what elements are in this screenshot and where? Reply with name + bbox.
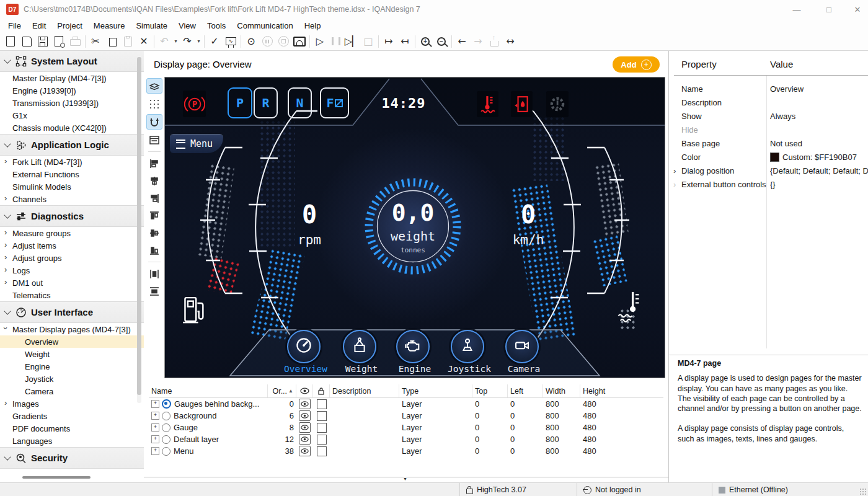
property-row-description[interactable]: Description bbox=[669, 95, 868, 109]
sidebar-item-page-weight[interactable]: Weight bbox=[0, 348, 144, 360]
sidebar-item-page-engine[interactable]: Engine bbox=[0, 360, 144, 373]
column-left[interactable]: Left bbox=[508, 384, 543, 397]
send-to-module-button[interactable] bbox=[486, 33, 502, 50]
sidebar-item-simulink-models[interactable]: Simulink Models bbox=[0, 180, 144, 193]
section-diagnostics[interactable]: Diagnostics bbox=[0, 205, 144, 227]
tab-camera-button[interactable] bbox=[505, 330, 539, 363]
expand-icon[interactable]: + bbox=[151, 447, 159, 455]
property-row-name[interactable]: Name Overview bbox=[669, 82, 868, 95]
sidebar-item-measure-groups[interactable]: ›Measure groups bbox=[0, 227, 144, 239]
go-to-start-button[interactable]: ↤ bbox=[397, 33, 413, 50]
display-page-canvas[interactable]: P P R N F 14:29 Menu bbox=[164, 77, 665, 378]
distribute-horizontal-button[interactable] bbox=[147, 267, 162, 281]
resize-grip[interactable] bbox=[859, 488, 867, 495]
gear-f-button[interactable]: F bbox=[320, 87, 349, 118]
redo-button[interactable]: ↷ bbox=[179, 33, 195, 50]
sidebar-item-chassis-module[interactable]: Chassis module (XC42[0]) bbox=[0, 122, 144, 134]
redo-menu-button[interactable]: ▾ bbox=[195, 33, 202, 50]
menu-view[interactable]: View bbox=[173, 19, 202, 32]
expand-arrow-icon[interactable]: › bbox=[673, 166, 676, 175]
layers-table-header[interactable]: Name Or...▲ Description Type Top Left Wi… bbox=[149, 384, 663, 398]
property-row-show[interactable]: Show Always bbox=[669, 109, 868, 123]
sidebar-item-gradients[interactable]: Gradients bbox=[0, 410, 144, 422]
save-button[interactable] bbox=[35, 33, 51, 50]
measure-window-button[interactable] bbox=[291, 33, 308, 50]
gear-p-button[interactable]: P bbox=[228, 87, 252, 118]
close-button[interactable]: ✕ bbox=[848, 2, 867, 16]
column-top[interactable]: Top bbox=[472, 384, 508, 397]
tab-joystick-button[interactable] bbox=[451, 330, 484, 363]
panels-tool-button[interactable] bbox=[147, 133, 162, 147]
align-left-button[interactable] bbox=[147, 156, 162, 170]
sidebar-item-images[interactable]: ›Images bbox=[0, 397, 144, 410]
sidebar-item-adjust-groups[interactable]: ›Adjust groups bbox=[0, 252, 144, 264]
column-height[interactable]: Height bbox=[580, 384, 619, 397]
step-simulation-button[interactable]: ▷▏ bbox=[344, 33, 360, 50]
delete-button[interactable]: ✕ bbox=[136, 33, 152, 50]
menu-tools[interactable]: Tools bbox=[202, 19, 231, 32]
menu-communication[interactable]: Communication bbox=[231, 19, 298, 32]
open-project-button[interactable] bbox=[19, 33, 35, 50]
expand-icon[interactable]: + bbox=[151, 423, 159, 432]
sidebar-item-telematics[interactable]: Telematics bbox=[0, 289, 144, 301]
pause-simulation-button[interactable] bbox=[328, 33, 344, 50]
navigate-forward-button[interactable]: → bbox=[470, 33, 486, 50]
column-order[interactable]: Or...▲ bbox=[268, 384, 296, 397]
visibility-toggle[interactable] bbox=[296, 434, 313, 445]
sidebar-item-dm1-out[interactable]: ›DM1 out bbox=[0, 277, 144, 289]
sidebar-item-channels[interactable]: ›Channels bbox=[0, 193, 144, 205]
menu-project[interactable]: Project bbox=[51, 19, 87, 32]
visibility-toggle[interactable] bbox=[296, 446, 313, 456]
expand-icon[interactable]: + bbox=[151, 435, 159, 443]
column-lock[interactable] bbox=[313, 384, 330, 397]
zoom-out-button[interactable]: − bbox=[433, 33, 450, 50]
visibility-toggle[interactable] bbox=[296, 399, 313, 409]
pause-recording-button[interactable] bbox=[259, 33, 275, 50]
radio-selected[interactable] bbox=[162, 399, 171, 409]
sidebar-horizontal-scrollbar[interactable] bbox=[22, 476, 91, 479]
zoom-in-button[interactable]: + bbox=[417, 33, 433, 50]
section-system-layout[interactable]: System Layout bbox=[0, 51, 144, 72]
sidebar-item-adjust-items[interactable]: ›Adjust items bbox=[0, 239, 144, 252]
menu-edit[interactable]: Edit bbox=[27, 19, 51, 32]
radio-unselected[interactable] bbox=[162, 423, 170, 432]
sidebar-item-languages[interactable]: Languages bbox=[0, 435, 144, 447]
table-row[interactable]: +Gauge 8 Layer 0 0 800 480 bbox=[149, 422, 663, 433]
title-bar[interactable]: D7 C:\Users\tmc0174B\Documents\IQAN File… bbox=[0, 0, 868, 19]
align-right-button[interactable] bbox=[147, 191, 162, 205]
column-type[interactable]: Type bbox=[399, 384, 472, 397]
connection-status[interactable]: Ethernet (Offline) bbox=[719, 483, 788, 496]
lock-checkbox[interactable] bbox=[313, 446, 330, 456]
table-row[interactable]: +Default layer 12 Layer 0 0 800 480 bbox=[149, 433, 663, 445]
sidebar-item-page-camera[interactable]: Camera bbox=[0, 385, 144, 397]
sidebar-item-master-display[interactable]: Master Display (MD4-7[3]) bbox=[0, 72, 144, 84]
expand-arrow-icon[interactable]: › bbox=[673, 180, 676, 189]
sidebar-item-transmission[interactable]: Transmission (J1939[3]) bbox=[0, 97, 144, 109]
expand-icon[interactable]: + bbox=[151, 400, 159, 408]
start-simulation-button[interactable]: ▷ bbox=[312, 33, 328, 50]
go-to-end-button[interactable]: ↦ bbox=[381, 33, 397, 50]
section-user-interface[interactable]: User Interface bbox=[0, 301, 144, 323]
stop-simulation-button[interactable]: □ bbox=[360, 33, 376, 50]
tab-overview-button[interactable] bbox=[287, 330, 321, 363]
menu-help[interactable]: Help bbox=[299, 19, 327, 32]
fit-width-button[interactable]: ↔ bbox=[502, 33, 518, 50]
sidebar-item-fork-lift[interactable]: ›Fork Lift (MD4-7[3]) bbox=[0, 156, 144, 168]
undo-button[interactable]: ↶ bbox=[156, 33, 172, 50]
lock-checkbox[interactable] bbox=[313, 399, 330, 409]
property-row-base-page[interactable]: Base page Not used bbox=[669, 136, 868, 150]
property-row-dialog-position[interactable]: › Dialog position {Default; Default; Def… bbox=[669, 164, 868, 177]
column-width[interactable]: Width bbox=[543, 384, 580, 397]
align-center-button[interactable] bbox=[147, 174, 162, 188]
table-row[interactable]: +Background 6 Layer 0 0 800 480 bbox=[149, 410, 663, 422]
maximize-button[interactable]: □ bbox=[820, 2, 838, 16]
minimize-button[interactable]: — bbox=[787, 2, 806, 16]
cut-button[interactable]: ✂ bbox=[87, 33, 104, 50]
login-status[interactable]: Not logged in bbox=[583, 483, 641, 496]
add-button[interactable]: Add + bbox=[613, 56, 660, 73]
layers-tool-button[interactable] bbox=[146, 78, 162, 94]
sidebar-item-logs[interactable]: ›Logs bbox=[0, 264, 144, 277]
navigate-back-button[interactable]: ← bbox=[454, 33, 470, 50]
expand-icon[interactable]: + bbox=[151, 412, 159, 420]
visibility-toggle[interactable] bbox=[296, 410, 313, 421]
